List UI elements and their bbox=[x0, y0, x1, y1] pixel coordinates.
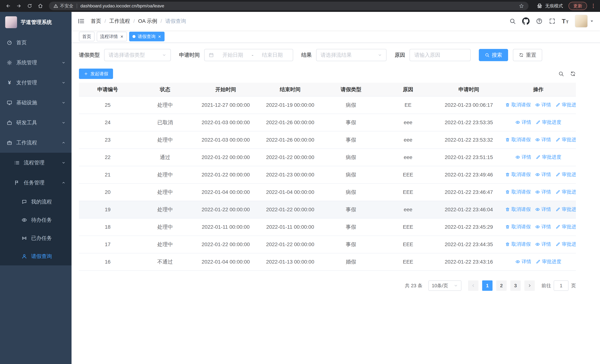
action-cancel-link[interactable]: 取消请假 bbox=[505, 241, 531, 247]
sidebar-item-home[interactable]: 首页 bbox=[0, 33, 72, 53]
breadcrumb-item-workflow[interactable]: 工作流程 bbox=[109, 18, 130, 25]
action-detail-link[interactable]: 详情 bbox=[535, 241, 551, 247]
next-page-button[interactable] bbox=[525, 280, 535, 291]
action-detail-link[interactable]: 详情 bbox=[535, 224, 551, 230]
reason-input[interactable] bbox=[410, 49, 471, 61]
sidebar-item-leave-query[interactable]: 请假查询 bbox=[0, 247, 72, 265]
action-detail-link[interactable]: 详情 bbox=[535, 189, 551, 195]
goto-page-input[interactable] bbox=[554, 280, 569, 291]
result-select[interactable]: 请选择流结果 bbox=[316, 49, 386, 61]
table-row[interactable]: 25处理中2021-12-27 00:00:002022-01-19 00:00… bbox=[79, 96, 576, 114]
address-bar[interactable]: 不安全 dashboard.yudao.iocoder.cn/bpm/oa/le… bbox=[49, 2, 528, 10]
action-cancel-link[interactable]: 取消请假 bbox=[505, 189, 531, 195]
calendar-icon bbox=[209, 52, 214, 58]
tab-leave-query[interactable]: 请假查询× bbox=[129, 32, 165, 41]
cell-actions: 取消请假详情审批进度 bbox=[501, 236, 576, 253]
update-chip[interactable]: 更新 bbox=[569, 2, 587, 10]
table-row[interactable]: 16不通过2022-01-04 00:00:002022-01-13 00:00… bbox=[79, 253, 576, 271]
table-row[interactable]: 19处理中2022-01-22 00:00:002022-01-22 00:00… bbox=[79, 201, 576, 218]
goto-label: 前往 bbox=[542, 282, 551, 289]
reset-button[interactable]: 重置 bbox=[513, 49, 542, 61]
leave-type-placeholder: 请选择请假类型 bbox=[109, 52, 145, 59]
tab-process-detail[interactable]: 流程详情× bbox=[97, 32, 127, 41]
search-icon[interactable] bbox=[509, 18, 516, 24]
action-progress-link[interactable]: 审批进度 bbox=[555, 171, 576, 178]
font-size-icon[interactable]: TT bbox=[562, 18, 569, 24]
page-size-select[interactable]: 10条/页 bbox=[428, 280, 461, 291]
page-1-button[interactable]: 1 bbox=[482, 280, 493, 291]
action-detail-link[interactable]: 详情 bbox=[535, 136, 551, 143]
action-detail-link[interactable]: 详情 bbox=[515, 154, 531, 160]
reload-button[interactable] bbox=[25, 1, 34, 10]
page-3-button[interactable]: 3 bbox=[510, 280, 521, 291]
action-progress-link[interactable]: 审批进度 bbox=[555, 102, 576, 108]
search-button[interactable]: 搜索 bbox=[479, 49, 508, 61]
action-cancel-link[interactable]: 取消请假 bbox=[505, 136, 531, 143]
sidebar-item-done-tasks[interactable]: 已办任务 bbox=[0, 229, 72, 247]
action-detail-link[interactable]: 详情 bbox=[535, 102, 551, 108]
cell-apply-time: 2022-01-22 23:51:15 bbox=[437, 149, 501, 166]
action-progress-link[interactable]: 审批进度 bbox=[555, 241, 576, 247]
action-progress-link[interactable]: 审批进度 bbox=[536, 154, 561, 160]
table-row[interactable]: 18处理中2022-01-11 00:00:002022-01-11 00:00… bbox=[79, 218, 576, 236]
table-row[interactable]: 17处理中2022-01-22 00:00:002022-01-22 00:00… bbox=[79, 236, 576, 253]
cell-start-time: 2022-01-04 00:00:00 bbox=[194, 184, 258, 201]
home-button[interactable] bbox=[36, 1, 45, 10]
close-icon[interactable]: × bbox=[158, 34, 161, 39]
action-detail-link[interactable]: 详情 bbox=[515, 258, 531, 265]
table-refresh-icon[interactable] bbox=[570, 71, 576, 77]
table-row[interactable]: 21处理中2022-01-22 00:00:002022-01-23 00:00… bbox=[79, 166, 576, 184]
create-leave-button[interactable]: 发起请假 bbox=[79, 69, 113, 79]
help-icon[interactable] bbox=[536, 18, 543, 24]
sidebar-item-todo-tasks[interactable]: 待办任务 bbox=[0, 211, 72, 229]
sidebar-item-label: 首页 bbox=[16, 39, 27, 46]
action-progress-link[interactable]: 审批进度 bbox=[536, 119, 561, 125]
user-menu[interactable] bbox=[575, 15, 594, 28]
leave-type-select[interactable]: 请选择请假类型 bbox=[104, 49, 171, 61]
sidebar-item-workflow[interactable]: 工作流程 bbox=[0, 133, 72, 153]
date-range-picker[interactable]: 开始日期 - 结束日期 bbox=[204, 49, 293, 61]
action-progress-link[interactable]: 审批进度 bbox=[536, 258, 561, 265]
tab-home[interactable]: 首页 bbox=[79, 32, 94, 41]
toggle-search-icon[interactable] bbox=[558, 71, 564, 77]
sidebar-item-system-management[interactable]: 系统管理 bbox=[0, 53, 72, 73]
breadcrumb-item-home[interactable]: 首页 bbox=[91, 18, 101, 25]
menu-kebab-icon[interactable] bbox=[590, 3, 596, 9]
prev-page-button[interactable] bbox=[468, 280, 478, 291]
sidebar-item-payment-management[interactable]: ¥支付管理 bbox=[0, 73, 72, 93]
close-icon[interactable]: × bbox=[120, 34, 124, 39]
action-progress-link[interactable]: 审批进度 bbox=[555, 206, 576, 213]
sidebar-item-task-management[interactable]: 任务管理 bbox=[0, 173, 72, 193]
reason-label: 原因 bbox=[395, 52, 405, 59]
table-row[interactable]: 23处理中2022-01-03 00:00:002022-01-26 00:00… bbox=[79, 131, 576, 149]
hamburger-icon[interactable] bbox=[77, 18, 85, 25]
action-progress-link[interactable]: 审批进度 bbox=[555, 224, 576, 230]
action-cancel-link[interactable]: 取消请假 bbox=[505, 224, 531, 230]
action-progress-link[interactable]: 审批进度 bbox=[555, 189, 576, 195]
app-logo[interactable]: 芋道管理系统 bbox=[0, 12, 72, 33]
fullscreen-icon[interactable] bbox=[549, 18, 555, 24]
table-row[interactable]: 20处理中2022-01-04 00:00:002022-01-04 00:00… bbox=[79, 184, 576, 201]
github-icon[interactable] bbox=[522, 18, 530, 25]
table-row[interactable]: 22通过2022-01-22 00:00:002022-01-22 00:00:… bbox=[79, 149, 576, 166]
action-cancel-link[interactable]: 取消请假 bbox=[505, 206, 531, 213]
sidebar-item-infrastructure[interactable]: 基础设施 bbox=[0, 93, 72, 113]
action-progress-link[interactable]: 审批进度 bbox=[555, 136, 576, 143]
breadcrumb-item-oa[interactable]: OA 示例 bbox=[138, 18, 157, 25]
table-row[interactable]: 24已取消2022-01-03 00:00:002022-01-26 00:00… bbox=[79, 114, 576, 131]
forward-button[interactable] bbox=[14, 1, 23, 10]
sidebar-item-process-management[interactable]: 流程管理 bbox=[0, 153, 72, 173]
sidebar-item-dev-tools[interactable]: 研发工具 bbox=[0, 113, 72, 133]
cell-status: 处理中 bbox=[136, 166, 194, 184]
page-2-button[interactable]: 2 bbox=[496, 280, 506, 291]
back-button[interactable] bbox=[4, 1, 13, 10]
action-cancel-link[interactable]: 取消请假 bbox=[505, 171, 531, 178]
action-detail-link[interactable]: 详情 bbox=[515, 119, 531, 125]
cell-reason: EEE bbox=[379, 184, 437, 201]
action-cancel-link[interactable]: 取消请假 bbox=[505, 102, 531, 108]
bookmark-star-icon[interactable] bbox=[519, 3, 524, 9]
search-icon bbox=[485, 53, 489, 57]
sidebar-item-my-process[interactable]: 我的流程 bbox=[0, 193, 72, 211]
action-detail-link[interactable]: 详情 bbox=[535, 206, 551, 213]
action-detail-link[interactable]: 详情 bbox=[535, 171, 551, 178]
